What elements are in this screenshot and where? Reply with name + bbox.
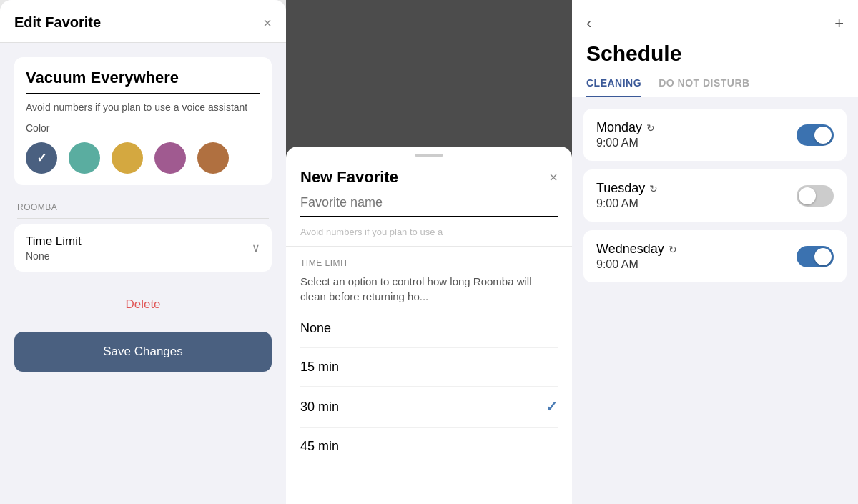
sheet-hint: Avoid numbers if you plan to use a [300, 227, 558, 237]
schedule-title: Schedule [586, 41, 844, 66]
time-limit-info: Time Limit None [26, 234, 82, 262]
save-changes-button[interactable]: Save Changes [14, 332, 272, 372]
selected-check-icon: ✓ [546, 398, 558, 415]
schedule-list: Monday ↻ 9:00 AM Tuesday ↻ 9:00 AM [572, 97, 858, 294]
time-limit-section: TIME LIMIT Select an option to control h… [286, 247, 572, 310]
time-limit-desc: Select an option to control how long Roo… [300, 274, 558, 304]
color-label: Color [26, 122, 260, 134]
time-option-none-label: None [300, 321, 331, 336]
time-option-30[interactable]: 30 min ✓ [300, 387, 558, 428]
color-swatches: ✓ [26, 142, 260, 174]
time-limit-title: Time Limit [26, 234, 82, 249]
time-limit-value: None [26, 250, 82, 262]
sheet-input-area: Avoid numbers if you plan to use a [286, 195, 572, 247]
tab-cleaning[interactable]: CLEANING [586, 77, 641, 97]
time-option-none[interactable]: None [300, 310, 558, 348]
panel1-header: Edit Favorite × [0, 0, 286, 43]
sheet-title: New Favorite [300, 168, 398, 187]
roomba-section: ROOMBA [14, 197, 272, 219]
schedule-panel: ‹ + Schedule CLEANING DO NOT DISTURB Mon… [572, 0, 858, 504]
back-button[interactable]: ‹ [586, 14, 591, 33]
toggle-knob [799, 187, 816, 204]
wednesday-time: 9:00 AM [596, 258, 677, 271]
color-swatch-5[interactable] [197, 142, 229, 174]
name-section: Vacuum Everywhere Avoid numbers if you p… [14, 57, 272, 185]
tuesday-day: Tuesday ↻ [596, 181, 658, 196]
monday-day: Monday ↻ [596, 120, 655, 135]
monday-toggle[interactable] [797, 124, 834, 146]
tab-do-not-disturb[interactable]: DO NOT DISTURB [659, 77, 750, 97]
add-schedule-button[interactable]: + [834, 14, 844, 33]
color-swatch-1[interactable]: ✓ [26, 142, 57, 174]
time-options-list: None 15 min 30 min ✓ 45 min [286, 310, 572, 465]
schedule-item-monday: Monday ↻ 9:00 AM [583, 109, 847, 161]
new-favorite-panel-wrapper: New Favorite × Avoid numbers if you plan… [286, 0, 572, 504]
panel3-nav: ‹ + [586, 14, 844, 41]
schedule-item-tuesday: Tuesday ↻ 9:00 AM [583, 169, 847, 222]
time-option-30-label: 30 min [300, 400, 339, 415]
sheet-header: New Favorite × [286, 157, 572, 195]
edit-favorite-panel: Edit Favorite × Vacuum Everywhere Avoid … [0, 0, 286, 504]
sheet-close-button[interactable]: × [549, 169, 558, 186]
tuesday-toggle[interactable] [797, 185, 834, 207]
color-swatch-4[interactable] [154, 142, 186, 174]
panel3-header: ‹ + Schedule CLEANING DO NOT DISTURB [572, 0, 858, 97]
toggle-knob [814, 127, 832, 144]
panel1-title: Edit Favorite [14, 14, 101, 31]
close-button[interactable]: × [263, 16, 272, 30]
repeat-icon-wednesday: ↻ [669, 244, 677, 255]
time-option-45[interactable]: 45 min [300, 428, 558, 465]
panel1-content: Vacuum Everywhere Avoid numbers if you p… [0, 43, 286, 386]
schedule-tabs: CLEANING DO NOT DISTURB [586, 77, 844, 97]
schedule-item-wednesday: Wednesday ↻ 9:00 AM [583, 230, 847, 282]
tuesday-time: 9:00 AM [596, 197, 658, 210]
time-option-15-label: 15 min [300, 360, 339, 375]
favorite-name-input[interactable] [300, 195, 558, 217]
time-option-45-label: 45 min [300, 439, 339, 454]
repeat-icon-monday: ↻ [646, 122, 655, 134]
tuesday-label: Tuesday [596, 181, 645, 196]
time-option-15[interactable]: 15 min [300, 348, 558, 387]
tuesday-info: Tuesday ↻ 9:00 AM [596, 181, 658, 210]
wednesday-label: Wednesday [596, 242, 664, 257]
monday-label: Monday [596, 120, 642, 135]
favorite-name-text[interactable]: Vacuum Everywhere [26, 69, 260, 94]
check-mark: ✓ [36, 150, 47, 166]
time-limit-heading: TIME LIMIT [300, 258, 558, 268]
roomba-label: ROOMBA [17, 197, 269, 212]
new-favorite-sheet: New Favorite × Avoid numbers if you plan… [286, 147, 572, 504]
wednesday-day: Wednesday ↻ [596, 242, 677, 257]
color-swatch-3[interactable] [112, 142, 143, 174]
divider [17, 218, 269, 219]
hint-text: Avoid numbers if you plan to use a voice… [26, 101, 260, 115]
time-limit-row[interactable]: Time Limit None ∨ [14, 224, 272, 272]
wednesday-toggle[interactable] [797, 246, 834, 267]
monday-info: Monday ↻ 9:00 AM [596, 120, 655, 149]
toggle-knob [814, 248, 832, 265]
delete-button[interactable]: Delete [14, 289, 272, 320]
repeat-icon-tuesday: ↻ [649, 183, 658, 194]
chevron-down-icon: ∨ [252, 241, 260, 255]
monday-time: 9:00 AM [596, 137, 655, 149]
color-swatch-2[interactable] [69, 142, 100, 174]
wednesday-info: Wednesday ↻ 9:00 AM [596, 242, 677, 271]
